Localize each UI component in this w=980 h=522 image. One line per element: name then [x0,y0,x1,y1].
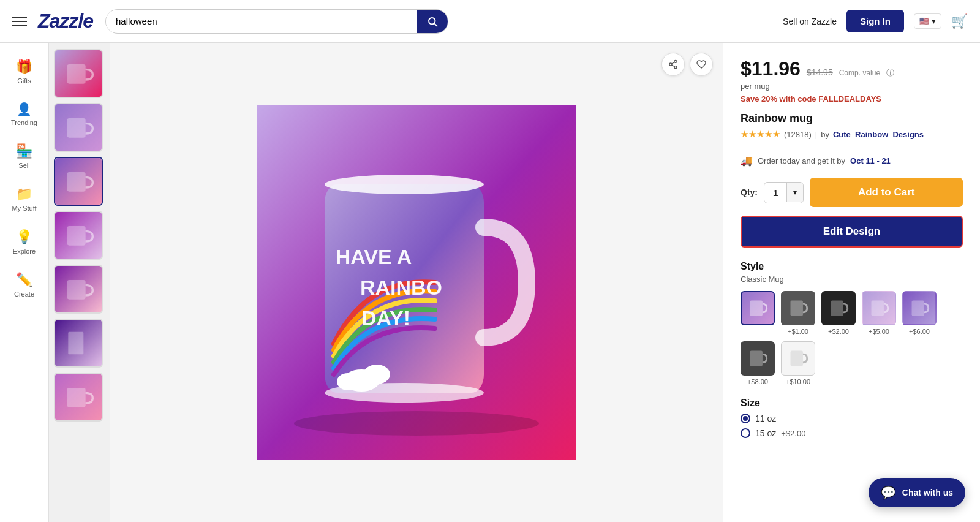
trending-icon: 👤 [17,102,32,116]
thumbnail-7[interactable] [54,373,103,422]
svg-rect-25 [750,301,763,316]
sell-icon: 🏪 [16,143,32,159]
heart-icon [696,59,706,69]
svg-rect-5 [67,226,86,246]
sidebar-item-trending[interactable]: 👤 Trending [4,96,45,132]
product-image-area: HAVE A RAINBO DAY! [110,43,723,522]
style-price-4: +$5.00 [869,328,889,335]
size-option-15oz[interactable]: 15 oz +$2.00 [741,428,963,438]
sidebar-label-create: Create [14,290,34,298]
svg-line-12 [672,65,675,67]
size-section: Size 11 oz 15 oz +$2.00 [741,398,963,438]
svg-rect-3 [67,118,86,138]
thumbnail-3[interactable] [54,157,103,206]
svg-rect-2 [67,64,86,84]
size-title: Size [741,398,963,409]
comp-label: Comp. value [839,69,880,77]
my-stuff-icon: 📁 [16,186,32,202]
qty-label: Qty: [741,187,758,197]
qty-dropdown-arrow[interactable]: ▾ [786,183,803,202]
mug-thumb-icon-4 [63,220,94,251]
style-options-list: +$1.00 +$2.00 [741,291,963,385]
sidebar-item-explore[interactable]: 💡 Explore [4,223,45,261]
flag-icon: 🇺🇸 [919,17,929,26]
mug-thumb-icon-7 [63,382,94,412]
price-section: $11.96 $14.95 Comp. value ⓘ [741,58,963,80]
style-option-6[interactable]: +$8.00 [741,341,775,385]
separator: | [815,130,817,139]
explore-icon: 💡 [16,229,32,245]
style-price-5: +$6.00 [909,328,930,335]
svg-line-13 [672,62,675,64]
flag-dropdown-arrow: ▾ [932,17,936,26]
share-button[interactable] [662,53,685,76]
svg-text:HAVE A: HAVE A [336,245,412,268]
search-bar [105,9,448,34]
sidebar: 🎁 Gifts 👤 Trending 🏪 Sell 📁 My Stuff 💡 E… [0,43,49,522]
wishlist-button[interactable] [690,53,713,76]
search-button[interactable] [417,10,448,33]
qty-selector[interactable]: 1 ▾ [764,182,804,203]
style-price-7: +$10.00 [786,378,810,385]
chat-label: Chat with us [902,488,953,497]
sidebar-item-create[interactable]: ✏️ Create [4,266,45,304]
svg-point-20 [363,365,390,384]
style-option-7[interactable]: +$10.00 [781,341,815,385]
seller-link[interactable]: Cute_Rainbow_Designs [833,130,924,139]
style-option-2[interactable]: +$1.00 [781,291,815,335]
style-section: Style Classic Mug [741,261,963,385]
svg-point-17 [325,175,484,194]
svg-line-1 [434,23,437,26]
svg-rect-6 [67,280,86,300]
header: Zazzle Sell on Zazzle Sign In 🇺🇸 ▾ 🛒 [0,0,980,43]
image-actions [662,53,713,76]
style-mug-icon-1 [747,297,768,320]
thumbnail-1[interactable] [54,49,103,98]
thumbnail-4[interactable] [54,211,103,260]
thumbnail-2[interactable] [54,103,103,152]
size-option-11oz[interactable]: 11 oz [741,414,963,423]
sidebar-item-gifts[interactable]: 🎁 Gifts [4,53,45,91]
delivery-text: Order today and get it by [758,156,845,165]
svg-rect-30 [750,351,763,366]
product-main-image: HAVE A RAINBO DAY! [257,105,576,460]
search-input[interactable] [106,10,417,32]
style-option-3[interactable]: +$2.00 [821,291,856,335]
per-unit-label: per mug [741,81,963,91]
svg-point-21 [337,373,359,390]
svg-text:RAINBO: RAINBO [360,276,442,299]
style-price-6: +$8.00 [747,378,768,385]
size-label-11oz: 11 oz [755,414,776,423]
sidebar-item-my-stuff[interactable]: 📁 My Stuff [4,180,45,218]
thumbnail-5[interactable] [54,265,103,314]
svg-rect-27 [831,301,843,316]
thumbnail-6[interactable] [54,319,103,368]
header-right: Sell on Zazzle Sign In 🇺🇸 ▾ 🛒 [783,10,968,32]
cart-button[interactable]: 🛒 [951,13,968,29]
style-option-classic[interactable] [741,291,775,335]
style-mug-icon-6 [747,347,768,370]
style-thumb-classic [741,291,775,325]
menu-button[interactable] [12,17,27,26]
sidebar-item-sell[interactable]: 🏪 Sell [4,137,45,175]
signin-button[interactable]: Sign In [846,10,904,32]
sidebar-label-gifts: Gifts [17,77,31,85]
info-icon[interactable]: ⓘ [886,67,894,78]
delivery-icon: 🚚 [741,155,753,167]
style-mug-icon-5 [909,297,930,320]
svg-rect-7 [68,332,83,355]
svg-rect-28 [872,301,884,316]
style-option-4[interactable]: +$5.00 [862,291,896,335]
create-icon: ✏️ [16,272,32,288]
language-selector[interactable]: 🇺🇸 ▾ [914,13,941,29]
sell-on-zazzle-link[interactable]: Sell on Zazzle [783,17,837,26]
sidebar-label-sell: Sell [18,162,29,169]
svg-point-11 [674,66,677,69]
chat-widget[interactable]: 💬 Chat with us [869,478,965,507]
edit-design-button[interactable]: Edit Design [741,216,963,248]
svg-rect-29 [912,301,924,316]
style-option-5[interactable]: +$6.00 [902,291,937,335]
logo[interactable]: Zazzle [38,10,93,32]
add-to-cart-button[interactable]: Add to Cart [810,178,963,207]
share-icon [668,59,678,69]
